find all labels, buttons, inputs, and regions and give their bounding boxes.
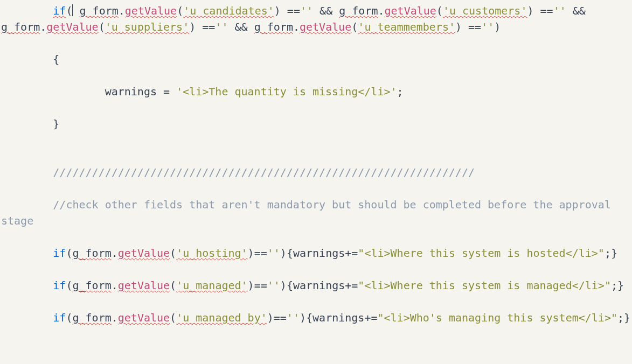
code-line: if(g_form.getValue('u_hosting')==''){war… <box>1 247 617 260</box>
text-cursor <box>72 4 73 16</box>
code-line: if(g_form.getValue('u_managed_by')==''){… <box>1 311 630 324</box>
code-line: //check other fields that aren't mandato… <box>1 198 617 227</box>
code-line: { <box>1 53 59 66</box>
code-line: ////////////////////////////////////////… <box>1 166 475 179</box>
keyword-if: if <box>53 4 66 17</box>
code-line: if( g_form.getValue('u_candidates') ==''… <box>1 4 592 33</box>
code-block: if( g_form.getValue('u_candidates') ==''… <box>0 0 632 328</box>
code-line: warnings = '<li>The quantity is missing<… <box>1 85 404 98</box>
code-line: } <box>1 117 59 130</box>
code-line: if(g_form.getValue('u_managed')==''){war… <box>1 279 624 292</box>
